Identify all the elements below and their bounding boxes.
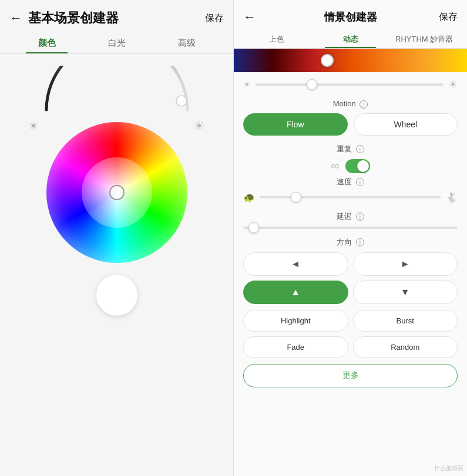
direction-up-button[interactable]: ▲: [243, 281, 348, 304]
tab-advanced[interactable]: 高级: [152, 32, 221, 53]
svg-point-0: [176, 96, 187, 106]
color-gradient-strip[interactable]: [234, 49, 467, 72]
direction-right-button[interactable]: ►: [353, 252, 458, 276]
tab-white-light[interactable]: 白光: [82, 32, 152, 53]
motion-label: Motion i: [243, 99, 458, 109]
direction-grid: ◄ ► ▲ ▼: [243, 252, 458, 304]
burst-button[interactable]: Burst: [353, 310, 458, 332]
repeat-toggle[interactable]: [345, 159, 370, 173]
repeat-row: ∞: [243, 159, 458, 173]
direction-down-button[interactable]: ▼: [353, 281, 458, 304]
left-tabs: 颜色 白光 高级: [0, 32, 233, 54]
right-back-button[interactable]: ←: [243, 9, 256, 25]
direction-left-button[interactable]: ◄: [243, 252, 348, 276]
left-header: ← 基本场景创建器 保存: [0, 0, 233, 32]
brightness-slider-row: ☀ ☀: [243, 78, 458, 91]
right-title: 情景创建器: [262, 10, 439, 24]
wheel-button[interactable]: Wheel: [354, 113, 458, 136]
motion-buttons-row: Flow Wheel: [243, 113, 458, 136]
speed-slider-row: 🐢 🐇: [243, 192, 458, 203]
right-save-button[interactable]: 保存: [439, 11, 458, 23]
delay-slider-wrap: [243, 227, 458, 229]
flow-button[interactable]: Flow: [243, 113, 348, 136]
toggle-thumb: [357, 160, 369, 172]
tab-rhythm[interactable]: RHYTHM 妙音器: [387, 29, 461, 48]
left-title: 基本场景创建器: [28, 9, 205, 27]
brightness-high-icon: ☀: [448, 78, 458, 91]
speed-slider-track[interactable]: [260, 196, 441, 198]
effect-grid: Highlight Burst Fade Random: [243, 310, 458, 358]
speed-info-icon[interactable]: i: [356, 178, 364, 186]
gradient-handle[interactable]: [321, 54, 334, 67]
color-wheel[interactable]: [46, 122, 187, 263]
brightness-slider-thumb[interactable]: [307, 79, 317, 90]
speed-slider-thumb[interactable]: [291, 192, 301, 202]
tab-color[interactable]: 颜色: [12, 32, 82, 53]
speed-label: 速度 i: [243, 177, 458, 187]
random-button[interactable]: Random: [353, 336, 458, 358]
right-header: ← 情景创建器 保存: [234, 0, 467, 29]
watermark: 什么值得买: [434, 464, 463, 472]
direction-info-icon[interactable]: i: [356, 238, 364, 247]
sun-small-icon: ☀: [29, 120, 38, 133]
brightness-low-icon: ☀: [243, 80, 251, 89]
color-wheel-area: ☀ ☀: [0, 54, 233, 476]
delay-label: 延迟 i: [243, 211, 458, 222]
fade-button[interactable]: Fade: [243, 336, 348, 358]
left-panel: ← 基本场景创建器 保存 颜色 白光 高级: [0, 0, 233, 476]
slow-icon: 🐢: [243, 192, 255, 203]
left-save-button[interactable]: 保存: [205, 12, 224, 25]
sun-large-icon: ☀: [193, 119, 205, 134]
right-panel: ← 情景创建器 保存 上色 动态 RHYTHM 妙音器 ☀ ☀ Motion: [233, 0, 467, 476]
tab-color-right[interactable]: 上色: [240, 29, 314, 48]
delay-slider-track[interactable]: [243, 227, 458, 229]
color-cursor[interactable]: [109, 185, 125, 200]
brightness-arc: [35, 66, 199, 113]
motion-info-icon[interactable]: i: [360, 100, 368, 109]
more-button[interactable]: 更多: [243, 364, 458, 387]
fast-icon: 🐇: [446, 192, 458, 203]
brightness-slider-track[interactable]: [256, 83, 444, 86]
delay-info-icon[interactable]: i: [356, 212, 364, 221]
highlight-button[interactable]: Highlight: [243, 310, 348, 332]
repeat-info-icon[interactable]: i: [356, 145, 364, 153]
right-tabs: 上色 动态 RHYTHM 妙音器: [234, 29, 467, 49]
tab-dynamic[interactable]: 动态: [314, 29, 388, 48]
infinity-icon: ∞: [331, 159, 339, 173]
left-back-button[interactable]: ←: [9, 11, 22, 26]
delay-slider-thumb[interactable]: [248, 222, 259, 233]
repeat-label: 重复 i: [243, 144, 458, 154]
right-content: ☀ ☀ Motion i Flow Wheel 重复 i ∞: [234, 72, 467, 476]
selected-color-swatch: [96, 275, 137, 316]
direction-label: 方向 i: [243, 237, 458, 248]
sun-brightness-row: ☀ ☀: [29, 119, 205, 134]
